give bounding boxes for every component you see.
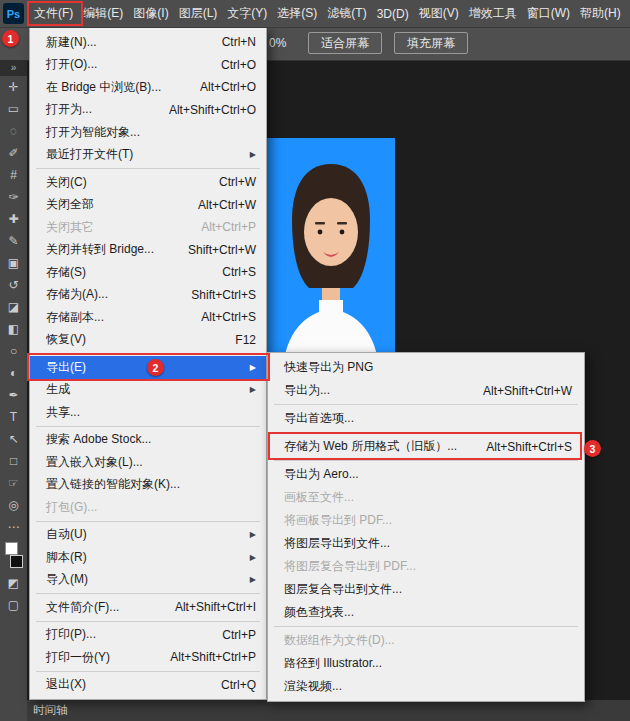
file-menu-item[interactable]: 导入(M)▶	[30, 569, 266, 592]
menubar-item[interactable]: 图像(I)	[128, 0, 173, 27]
export-menu-item: 数据组作为文件(D)...	[268, 629, 584, 652]
type-tool-icon[interactable]: T	[0, 406, 27, 428]
menubar-item[interactable]: 滤镜(T)	[322, 0, 371, 27]
submenu-arrow-icon: ▶	[250, 575, 256, 584]
file-menu-item-shortcut: Alt+Ctrl+S	[177, 310, 256, 324]
file-menu-item[interactable]: 打开(O)...Ctrl+O	[30, 54, 266, 77]
brush-tool-icon[interactable]: ✎	[0, 230, 27, 252]
timeline-tab[interactable]: 时间轴	[27, 703, 68, 718]
zoom-tool-icon[interactable]: ◎	[0, 494, 27, 516]
file-menu-item[interactable]: 打印(P)...Ctrl+P	[30, 624, 266, 647]
eraser-tool-icon[interactable]: ◪	[0, 296, 27, 318]
quick-mask-icon[interactable]: ◩	[0, 572, 27, 594]
export-menu-item[interactable]: 渲染视频...	[268, 675, 584, 698]
file-menu-item[interactable]: 关闭并转到 Bridge...Shift+Ctrl+W	[30, 239, 266, 262]
file-menu-item[interactable]: 生成▶	[30, 379, 266, 402]
file-menu-item-label: 关闭全部	[46, 196, 94, 213]
file-menu-item[interactable]: 恢复(V)F12	[30, 329, 266, 352]
blur-tool-icon[interactable]: ○	[0, 340, 27, 362]
file-menu-item[interactable]: 搜索 Adobe Stock...	[30, 429, 266, 452]
gradient-tool-icon[interactable]: ◧	[0, 318, 27, 340]
quick-selection-tool-icon[interactable]: ✐	[0, 142, 27, 164]
file-menu-separator	[36, 168, 260, 169]
pen-tool-icon[interactable]: ✒	[0, 384, 27, 406]
file-menu-separator	[36, 671, 260, 672]
file-menu-item-shortcut: Ctrl+Q	[197, 678, 256, 692]
move-tool-icon[interactable]: ✛	[0, 76, 27, 98]
healing-brush-tool-icon[interactable]: ✚	[0, 208, 27, 230]
dodge-tool-icon[interactable]: ◐	[0, 362, 27, 384]
file-menu-item[interactable]: 自动(U)▶	[30, 524, 266, 547]
export-menu-item[interactable]: 路径到 Illustrator...	[268, 652, 584, 675]
file-menu-item[interactable]: 关闭全部Alt+Ctrl+W	[30, 194, 266, 217]
file-menu-item-shortcut: Ctrl+N	[198, 35, 256, 49]
shape-tool-icon[interactable]: □	[0, 450, 27, 472]
file-menu-item[interactable]: 最近打开文件(T)▶	[30, 144, 266, 167]
export-menu-item[interactable]: 图层复合导出到文件...	[268, 578, 584, 601]
menubar-item[interactable]: 帮助(H)	[575, 0, 626, 27]
fill-screen-button[interactable]: 填充屏幕	[394, 32, 468, 54]
color-swatches[interactable]	[5, 542, 23, 568]
export-menu-item-label: 导出首选项...	[284, 410, 354, 427]
foreground-color-swatch[interactable]	[5, 542, 18, 555]
file-menu-item[interactable]: 关闭(C)Ctrl+W	[30, 171, 266, 194]
document-canvas[interactable]	[267, 138, 395, 368]
export-menu-item[interactable]: 将图层导出到文件...	[268, 532, 584, 555]
menubar-item[interactable]: 增效工具	[464, 0, 522, 27]
lasso-tool-icon[interactable]: ◌	[0, 120, 27, 142]
file-menu-item[interactable]: 置入嵌入对象(L)...	[30, 451, 266, 474]
file-menu-item[interactable]: 文件简介(F)...Alt+Shift+Ctrl+I	[30, 596, 266, 619]
menu-bar: Ps 文件(F)编辑(E)图像(I)图层(L)文字(Y)选择(S)滤镜(T)3D…	[0, 0, 630, 28]
path-selection-tool-icon[interactable]: ↖	[0, 428, 27, 450]
export-menu-item-label: 将图层复合导出到 PDF...	[284, 558, 416, 575]
file-menu-item-shortcut: F12	[211, 333, 256, 347]
fit-screen-button[interactable]: 适合屏幕	[308, 32, 382, 54]
file-menu-item[interactable]: 打印一份(Y)Alt+Shift+Ctrl+P	[30, 646, 266, 669]
export-menu-item-shortcut: Alt+Shift+Ctrl+W	[459, 384, 572, 398]
file-menu-item-label: 退出(X)	[46, 676, 86, 693]
edit-toolbar-icon[interactable]: ⋯	[0, 516, 27, 538]
eyedropper-tool-icon[interactable]: ✑	[0, 186, 27, 208]
screen-mode-icon[interactable]: ▢	[0, 594, 27, 616]
file-menu-item[interactable]: 共享...	[30, 401, 266, 424]
marquee-tool-icon[interactable]: ▭	[0, 98, 27, 120]
menubar-item[interactable]: 图层(L)	[174, 0, 223, 27]
file-menu-item-shortcut: Ctrl+S	[198, 265, 256, 279]
export-menu-item[interactable]: 导出为 Aero...	[268, 463, 584, 486]
export-menu-item[interactable]: 快速导出为 PNG	[268, 356, 584, 379]
clone-stamp-tool-icon[interactable]: ▣	[0, 252, 27, 274]
file-menu-item[interactable]: 存储(S)Ctrl+S	[30, 261, 266, 284]
export-menu-item-label: 将图层导出到文件...	[284, 535, 390, 552]
file-menu-item[interactable]: 打开为智能对象...	[30, 121, 266, 144]
export-menu-item-label: 将画板导出到 PDF...	[284, 512, 392, 529]
menubar-item[interactable]: 编辑(E)	[78, 0, 128, 27]
file-menu-item[interactable]: 新建(N)...Ctrl+N	[30, 31, 266, 54]
file-menu-item[interactable]: 脚本(R)▶	[30, 546, 266, 569]
menubar-item[interactable]: 文字(Y)	[222, 0, 272, 27]
file-menu-item-label: 关闭其它	[46, 219, 94, 236]
step-3-highlight-box	[268, 432, 582, 460]
file-menu-item[interactable]: 置入链接的智能对象(K)...	[30, 474, 266, 497]
menubar-item[interactable]: 视图(V)	[414, 0, 464, 27]
file-menu-item[interactable]: 存储副本...Alt+Ctrl+S	[30, 306, 266, 329]
export-menu-item[interactable]: 颜色查找表...	[268, 601, 584, 624]
hand-tool-icon[interactable]: ☞	[0, 472, 27, 494]
file-menu-item[interactable]: 存储为(A)...Shift+Ctrl+S	[30, 284, 266, 307]
crop-tool-icon[interactable]: #	[0, 164, 27, 186]
file-menu-item-label: 打开为智能对象...	[46, 124, 140, 141]
file-menu-item-label: 置入嵌入对象(L)...	[46, 454, 143, 471]
export-menu-item-label: 颜色查找表...	[284, 604, 354, 621]
menubar-item[interactable]: 窗口(W)	[522, 0, 575, 27]
file-menu-item[interactable]: 打开为...Alt+Shift+Ctrl+O	[30, 99, 266, 122]
file-menu-item[interactable]: 在 Bridge 中浏览(B)...Alt+Ctrl+O	[30, 76, 266, 99]
history-brush-tool-icon[interactable]: ↺	[0, 274, 27, 296]
export-menu-item[interactable]: 导出首选项...	[268, 407, 584, 430]
background-color-swatch[interactable]	[10, 555, 23, 568]
file-menu-item-label: 生成	[46, 381, 70, 398]
menubar-item[interactable]: 选择(S)	[272, 0, 322, 27]
file-menu-item[interactable]: 退出(X)Ctrl+Q	[30, 674, 266, 697]
collapse-panel-icon[interactable]: »	[0, 60, 27, 76]
menubar-item[interactable]: 3D(D)	[372, 0, 414, 27]
zoom-value-field[interactable]: 0%	[269, 36, 286, 50]
export-menu-item[interactable]: 导出为...Alt+Shift+Ctrl+W	[268, 379, 584, 402]
